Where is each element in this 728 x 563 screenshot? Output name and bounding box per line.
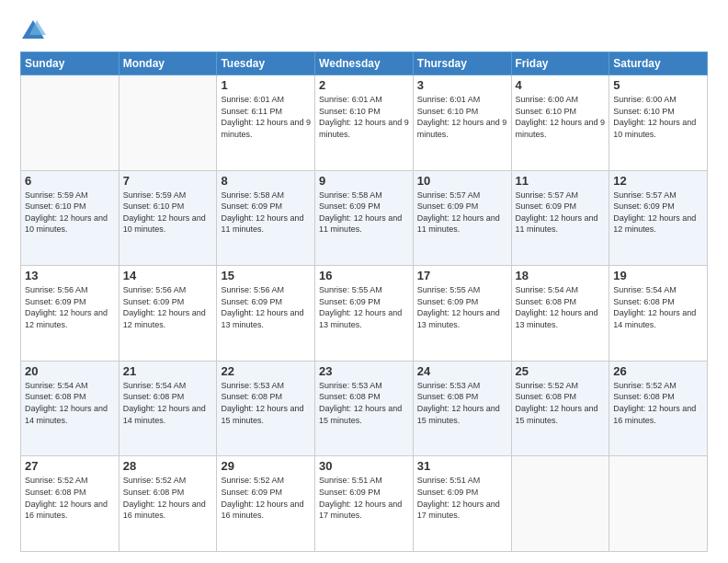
day-header-tuesday: Tuesday [217, 52, 315, 75]
day-info: Sunrise: 5:57 AM Sunset: 6:09 PM Dayligh… [417, 190, 507, 236]
day-number: 25 [516, 364, 606, 378]
calendar-cell: 20Sunrise: 5:54 AM Sunset: 6:08 PM Dayli… [21, 361, 119, 456]
calendar-cell: 11Sunrise: 5:57 AM Sunset: 6:09 PM Dayli… [511, 170, 609, 266]
day-info: Sunrise: 6:00 AM Sunset: 6:10 PM Dayligh… [516, 94, 606, 140]
calendar-cell: 3Sunrise: 6:01 AM Sunset: 6:10 PM Daylig… [413, 75, 511, 171]
calendar-cell: 16Sunrise: 5:55 AM Sunset: 6:09 PM Dayli… [315, 266, 414, 362]
day-number: 23 [319, 364, 409, 378]
day-info: Sunrise: 5:55 AM Sunset: 6:09 PM Dayligh… [319, 284, 409, 330]
day-number: 24 [417, 364, 507, 378]
day-info: Sunrise: 5:57 AM Sunset: 6:09 PM Dayligh… [516, 190, 606, 236]
calendar-cell: 15Sunrise: 5:56 AM Sunset: 6:09 PM Dayli… [217, 266, 315, 362]
day-info: Sunrise: 5:53 AM Sunset: 6:08 PM Dayligh… [417, 380, 507, 426]
calendar-cell: 25Sunrise: 5:52 AM Sunset: 6:08 PM Dayli… [511, 361, 609, 456]
calendar: SundayMondayTuesdayWednesdayThursdayFrid… [20, 52, 708, 552]
day-number: 11 [516, 174, 606, 188]
calendar-cell: 12Sunrise: 5:57 AM Sunset: 6:09 PM Dayli… [609, 170, 708, 266]
day-info: Sunrise: 5:58 AM Sunset: 6:09 PM Dayligh… [319, 190, 409, 236]
day-info: Sunrise: 5:51 AM Sunset: 6:09 PM Dayligh… [319, 475, 409, 521]
calendar-cell: 4Sunrise: 6:00 AM Sunset: 6:10 PM Daylig… [511, 75, 609, 171]
day-number: 26 [613, 364, 703, 378]
day-header-sunday: Sunday [21, 52, 119, 75]
calendar-week-1: 1Sunrise: 6:01 AM Sunset: 6:11 PM Daylig… [21, 75, 708, 171]
day-info: Sunrise: 5:53 AM Sunset: 6:08 PM Dayligh… [319, 380, 409, 426]
calendar-cell: 7Sunrise: 5:59 AM Sunset: 6:10 PM Daylig… [119, 170, 217, 266]
day-info: Sunrise: 5:54 AM Sunset: 6:08 PM Dayligh… [25, 380, 115, 426]
day-info: Sunrise: 5:52 AM Sunset: 6:08 PM Dayligh… [123, 475, 213, 521]
calendar-week-2: 6Sunrise: 5:59 AM Sunset: 6:10 PM Daylig… [21, 170, 708, 266]
day-number: 27 [25, 459, 115, 473]
day-number: 5 [613, 78, 703, 92]
day-number: 28 [123, 459, 213, 473]
day-info: Sunrise: 5:54 AM Sunset: 6:08 PM Dayligh… [613, 284, 703, 330]
calendar-week-5: 27Sunrise: 5:52 AM Sunset: 6:08 PM Dayli… [21, 456, 708, 552]
day-number: 18 [516, 269, 606, 282]
day-number: 8 [221, 174, 311, 188]
day-number: 9 [319, 174, 409, 188]
calendar-week-4: 20Sunrise: 5:54 AM Sunset: 6:08 PM Dayli… [21, 361, 708, 456]
day-info: Sunrise: 5:56 AM Sunset: 6:09 PM Dayligh… [221, 284, 311, 330]
calendar-cell: 5Sunrise: 6:00 AM Sunset: 6:10 PM Daylig… [609, 75, 708, 171]
day-number: 17 [417, 269, 507, 282]
day-header-monday: Monday [119, 52, 217, 75]
calendar-cell [511, 456, 609, 552]
calendar-cell: 26Sunrise: 5:52 AM Sunset: 6:08 PM Dayli… [609, 361, 708, 456]
calendar-cell: 9Sunrise: 5:58 AM Sunset: 6:09 PM Daylig… [315, 170, 414, 266]
day-info: Sunrise: 5:51 AM Sunset: 6:09 PM Dayligh… [417, 475, 507, 521]
day-number: 30 [319, 459, 409, 473]
day-number: 15 [221, 269, 311, 282]
day-number: 20 [25, 364, 115, 378]
day-info: Sunrise: 5:54 AM Sunset: 6:08 PM Dayligh… [123, 380, 213, 426]
calendar-cell [21, 75, 119, 171]
calendar-cell: 13Sunrise: 5:56 AM Sunset: 6:09 PM Dayli… [21, 266, 119, 362]
calendar-cell: 24Sunrise: 5:53 AM Sunset: 6:08 PM Dayli… [413, 361, 511, 456]
day-number: 31 [417, 459, 507, 473]
day-info: Sunrise: 6:01 AM Sunset: 6:10 PM Dayligh… [417, 94, 507, 140]
day-info: Sunrise: 5:52 AM Sunset: 6:08 PM Dayligh… [516, 380, 606, 426]
day-header-saturday: Saturday [609, 52, 708, 75]
day-number: 10 [417, 174, 507, 188]
day-info: Sunrise: 5:58 AM Sunset: 6:09 PM Dayligh… [221, 190, 311, 236]
day-info: Sunrise: 5:59 AM Sunset: 6:10 PM Dayligh… [25, 190, 115, 236]
day-number: 19 [613, 269, 703, 282]
day-info: Sunrise: 5:54 AM Sunset: 6:08 PM Dayligh… [516, 284, 606, 330]
day-number: 21 [123, 364, 213, 378]
day-number: 13 [25, 269, 115, 282]
day-number: 2 [319, 78, 409, 92]
calendar-cell: 10Sunrise: 5:57 AM Sunset: 6:09 PM Dayli… [413, 170, 511, 266]
day-number: 16 [319, 269, 409, 282]
calendar-cell: 8Sunrise: 5:58 AM Sunset: 6:09 PM Daylig… [217, 170, 315, 266]
calendar-cell: 22Sunrise: 5:53 AM Sunset: 6:08 PM Dayli… [217, 361, 315, 456]
day-info: Sunrise: 5:59 AM Sunset: 6:10 PM Dayligh… [123, 190, 213, 236]
calendar-cell: 19Sunrise: 5:54 AM Sunset: 6:08 PM Dayli… [609, 266, 708, 362]
day-number: 12 [613, 174, 703, 188]
day-info: Sunrise: 5:52 AM Sunset: 6:08 PM Dayligh… [25, 475, 115, 521]
calendar-header-row: SundayMondayTuesdayWednesdayThursdayFrid… [21, 52, 708, 75]
day-info: Sunrise: 5:52 AM Sunset: 6:08 PM Dayligh… [613, 380, 703, 426]
logo-icon [20, 17, 46, 42]
calendar-cell [609, 456, 708, 552]
day-info: Sunrise: 5:53 AM Sunset: 6:08 PM Dayligh… [221, 380, 311, 426]
day-info: Sunrise: 6:01 AM Sunset: 6:11 PM Dayligh… [221, 94, 311, 140]
day-info: Sunrise: 6:00 AM Sunset: 6:10 PM Dayligh… [613, 94, 703, 140]
day-number: 1 [221, 78, 311, 92]
calendar-cell: 2Sunrise: 6:01 AM Sunset: 6:10 PM Daylig… [315, 75, 414, 171]
calendar-cell: 23Sunrise: 5:53 AM Sunset: 6:08 PM Dayli… [315, 361, 414, 456]
day-number: 29 [221, 459, 311, 473]
calendar-cell [119, 75, 217, 171]
calendar-cell: 27Sunrise: 5:52 AM Sunset: 6:08 PM Dayli… [21, 456, 119, 552]
day-number: 7 [123, 174, 213, 188]
day-number: 22 [221, 364, 311, 378]
day-header-thursday: Thursday [413, 52, 511, 75]
day-number: 6 [25, 174, 115, 188]
day-info: Sunrise: 5:56 AM Sunset: 6:09 PM Dayligh… [123, 284, 213, 330]
calendar-cell: 31Sunrise: 5:51 AM Sunset: 6:09 PM Dayli… [413, 456, 511, 552]
calendar-cell: 29Sunrise: 5:52 AM Sunset: 6:09 PM Dayli… [217, 456, 315, 552]
calendar-cell: 28Sunrise: 5:52 AM Sunset: 6:08 PM Dayli… [119, 456, 217, 552]
day-info: Sunrise: 5:52 AM Sunset: 6:09 PM Dayligh… [221, 475, 311, 521]
day-info: Sunrise: 5:57 AM Sunset: 6:09 PM Dayligh… [613, 190, 703, 236]
header [20, 17, 708, 42]
logo [20, 17, 50, 42]
calendar-cell: 18Sunrise: 5:54 AM Sunset: 6:08 PM Dayli… [511, 266, 609, 362]
calendar-cell: 17Sunrise: 5:55 AM Sunset: 6:09 PM Dayli… [413, 266, 511, 362]
